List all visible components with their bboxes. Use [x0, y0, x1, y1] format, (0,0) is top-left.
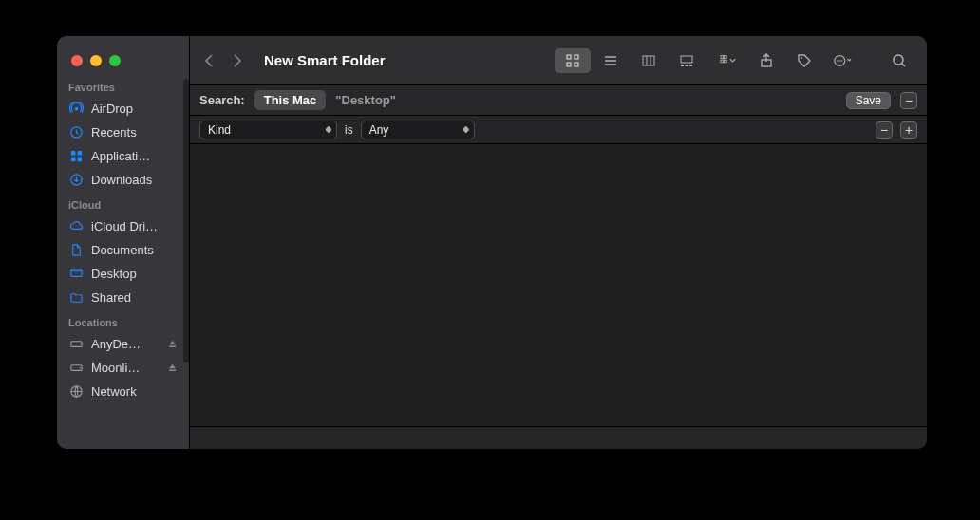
eject-icon[interactable] [167, 362, 178, 373]
sidebar-scrollbar[interactable] [183, 79, 189, 363]
zoom-window-button[interactable] [109, 55, 121, 66]
sidebar-item-label: Shared [91, 290, 131, 305]
disk-icon [68, 361, 84, 375]
svg-rect-13 [567, 55, 571, 59]
scope-this-mac[interactable]: This Mac [254, 90, 327, 110]
action-menu-button[interactable] [828, 48, 857, 73]
svg-rect-7 [70, 269, 81, 277]
sidebar-item-label: AnyDe… [91, 337, 141, 351]
svg-rect-15 [567, 63, 571, 66]
svg-rect-14 [575, 55, 578, 59]
svg-point-11 [79, 367, 81, 369]
download-icon [68, 173, 84, 187]
group-by-button[interactable] [714, 48, 743, 73]
attribute-dropdown[interactable]: Kind [199, 121, 337, 139]
sidebar-item-label: Moonli… [91, 361, 140, 375]
cloud-icon [68, 219, 84, 233]
svg-rect-4 [70, 157, 75, 161]
search-scope-bar: Search: This Mac "Desktop" Save − [190, 85, 927, 116]
view-switcher [555, 48, 705, 73]
sidebar-section-icloud: iCloud [57, 192, 189, 214]
svg-rect-3 [77, 151, 82, 156]
list-view-button[interactable] [593, 48, 629, 73]
svg-rect-20 [686, 65, 688, 66]
sidebar-item-label: Network [91, 384, 137, 399]
sidebar-item-shared[interactable]: Shared [57, 286, 189, 309]
tags-button[interactable] [790, 48, 819, 73]
svg-rect-2 [70, 151, 75, 156]
svg-rect-18 [681, 56, 692, 63]
search-label: Search: [199, 93, 245, 107]
sidebar-item-network[interactable]: Network [57, 380, 189, 403]
gallery-view-button[interactable] [669, 48, 705, 73]
remove-criteria-button[interactable]: − [900, 92, 917, 109]
sidebar-item-label: Downloads [91, 173, 152, 187]
svg-point-32 [894, 55, 903, 65]
clock-icon [68, 125, 84, 139]
desktop-icon [68, 267, 84, 281]
sidebar-section-favorites: Favorites [57, 74, 189, 97]
svg-rect-16 [575, 63, 578, 66]
sidebar-item-documents[interactable]: Documents [57, 238, 189, 262]
add-rule-button[interactable]: + [900, 121, 917, 139]
back-button[interactable] [203, 53, 215, 68]
sidebar-item-moonlight[interactable]: Moonli… [57, 356, 189, 380]
svg-point-9 [79, 344, 81, 345]
sidebar-item-label: Recents [91, 125, 137, 139]
sidebar-item-label: Applicati… [91, 149, 150, 163]
sidebar-item-anydesk[interactable]: AnyDe… [57, 332, 189, 356]
save-button[interactable]: Save [846, 92, 891, 109]
sidebar-item-label: iCloud Dri… [91, 219, 158, 233]
sidebar-item-label: Desktop [91, 267, 137, 281]
forward-button[interactable] [232, 53, 243, 68]
svg-rect-21 [689, 65, 692, 66]
window-controls [57, 47, 189, 74]
column-view-button[interactable] [631, 48, 667, 73]
remove-rule-button[interactable]: − [876, 121, 893, 139]
icon-view-button[interactable] [555, 48, 591, 73]
airdrop-icon [68, 102, 84, 116]
svg-rect-17 [643, 56, 654, 65]
svg-rect-5 [77, 157, 82, 161]
svg-point-31 [841, 60, 843, 62]
document-icon [68, 243, 84, 257]
status-bar [190, 426, 927, 449]
main-area: New Smart Folder Search: This Mac "Deskt… [190, 36, 927, 449]
criteria-row: Kind is Any − + [190, 116, 927, 144]
sidebar-section-locations: Locations [57, 309, 189, 332]
svg-point-0 [74, 107, 78, 111]
globe-icon [68, 384, 84, 399]
svg-rect-25 [725, 60, 727, 63]
search-button[interactable] [885, 48, 914, 73]
finder-window: Favorites AirDrop Recents Applicati… Dow… [57, 36, 927, 449]
close-window-button[interactable] [71, 55, 83, 66]
toolbar: New Smart Folder [190, 36, 927, 85]
sidebar-item-airdrop[interactable]: AirDrop [57, 97, 189, 121]
sidebar: Favorites AirDrop Recents Applicati… Dow… [57, 36, 190, 449]
sidebar-item-desktop[interactable]: Desktop [57, 262, 189, 286]
svg-rect-23 [725, 55, 727, 58]
scope-desktop[interactable]: "Desktop" [335, 93, 396, 107]
shared-folder-icon [68, 290, 84, 305]
svg-point-27 [801, 57, 802, 59]
sidebar-item-label: AirDrop [91, 102, 133, 116]
value-dropdown[interactable]: Any [361, 121, 475, 139]
sidebar-item-icloud-drive[interactable]: iCloud Dri… [57, 214, 189, 238]
svg-rect-22 [721, 55, 724, 58]
minimize-window-button[interactable] [90, 55, 102, 66]
svg-point-30 [839, 60, 840, 62]
svg-rect-24 [721, 60, 724, 63]
eject-icon[interactable] [167, 339, 178, 349]
svg-rect-19 [681, 65, 684, 66]
share-button[interactable] [752, 48, 781, 73]
disk-icon [68, 337, 84, 351]
results-area [190, 144, 927, 426]
sidebar-item-applications[interactable]: Applicati… [57, 144, 189, 168]
operator-label: is [345, 123, 353, 137]
window-title: New Smart Folder [264, 52, 386, 68]
sidebar-item-downloads[interactable]: Downloads [57, 168, 189, 192]
sidebar-item-recents[interactable]: Recents [57, 121, 189, 144]
applications-icon [68, 149, 84, 163]
sidebar-item-label: Documents [91, 243, 154, 257]
svg-point-29 [837, 60, 839, 62]
